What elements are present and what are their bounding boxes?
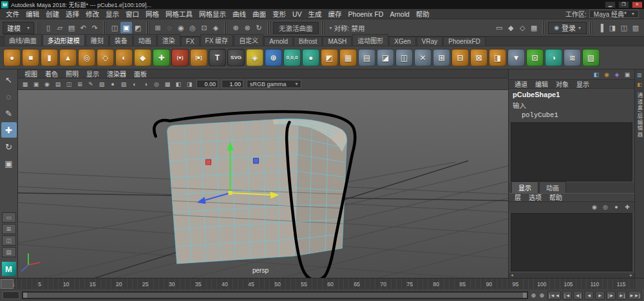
shelf-tab[interactable]: MASH xyxy=(323,37,352,46)
smooth-mesh-icon[interactable]: ● xyxy=(302,49,319,66)
snap-point-icon[interactable]: ◉ xyxy=(175,22,187,33)
next-key-button[interactable]: ►| xyxy=(617,291,627,300)
minimize-button[interactable]: ▁ xyxy=(605,1,616,8)
shelf-tab[interactable]: 曲线/曲面 xyxy=(4,34,42,46)
bookmark-icon[interactable]: ▤ xyxy=(53,79,63,89)
menu-item[interactable]: 创建 xyxy=(43,9,62,19)
2d-pan-zoom-icon[interactable]: ⊞ xyxy=(75,79,85,89)
group-collapser[interactable] xyxy=(267,21,270,34)
snap-projected-center-icon[interactable]: ◎ xyxy=(187,22,198,33)
hypershade-toggle-icon[interactable]: ◨ xyxy=(607,22,618,33)
render-settings-icon[interactable]: ▦ xyxy=(528,22,540,33)
maximize-button[interactable]: ❐ xyxy=(618,1,629,8)
new-layer-icon[interactable]: ✚ xyxy=(623,203,632,211)
channel-attributes-area[interactable] xyxy=(511,122,632,181)
construction-history-icon[interactable]: ↻ xyxy=(253,22,265,33)
layer-normal-mode-icon[interactable]: ◉ xyxy=(590,203,599,211)
shelf-tab[interactable]: FX 缓存 xyxy=(200,34,234,46)
move-tool-icon[interactable]: ✚ xyxy=(1,122,17,138)
menu-item[interactable]: 网格 xyxy=(142,9,162,19)
viewport-menu-item[interactable]: 照明 xyxy=(62,69,82,78)
menu-item[interactable]: 窗口 xyxy=(122,9,142,19)
shelf-tab[interactable]: PhoenixFD xyxy=(443,37,485,46)
strip-modeling-toolkit-icon[interactable]: ◧ xyxy=(636,80,643,88)
combine-icon[interactable]: ⊟ xyxy=(451,49,469,66)
workspace-selector[interactable]: 工作区: Maya 经典*▾ xyxy=(565,9,641,19)
node-name[interactable]: pCubeShape1 xyxy=(513,91,630,98)
shelf-tab[interactable]: 渲染 xyxy=(157,34,180,46)
menu-item[interactable]: 选择 xyxy=(62,9,82,19)
shelf-tab[interactable]: 装备 xyxy=(109,34,133,46)
save-scene-icon[interactable]: ▤ xyxy=(66,22,77,33)
anti-alias-icon[interactable]: ▩ xyxy=(162,79,173,89)
redo-icon[interactable]: ↷ xyxy=(89,22,100,33)
menu-item[interactable]: Arnold xyxy=(386,10,412,18)
scroll-left-icon[interactable]: ◄ xyxy=(510,273,514,277)
group-collapser[interactable] xyxy=(589,21,592,34)
shelf-tab[interactable]: FX xyxy=(181,37,200,46)
shelf-tab[interactable]: XGen xyxy=(389,37,416,46)
shelf-tab[interactable]: 多边形建模 xyxy=(43,34,85,46)
group-collapser[interactable] xyxy=(37,21,40,34)
poly-cylinder-icon[interactable]: ▮ xyxy=(41,49,58,66)
render-current-frame-icon[interactable]: ◆ xyxy=(505,22,516,33)
viewport-menu-item[interactable]: 视图 xyxy=(21,69,41,78)
prev-key-button[interactable]: |◄ xyxy=(562,291,572,300)
poly-torus-icon[interactable]: ◎ xyxy=(78,49,95,66)
image-plane-icon[interactable]: ◫ xyxy=(64,79,74,89)
go-to-start-button[interactable]: |◄◄ xyxy=(547,291,561,300)
channel-box-menu-item[interactable]: 通道 xyxy=(511,79,531,89)
scene-canvas[interactable]: persp xyxy=(18,90,508,278)
rotate-tool-icon[interactable]: ↻ xyxy=(1,139,17,154)
lock-camera-icon[interactable]: ▣ xyxy=(31,79,41,89)
pcube-mesh[interactable] xyxy=(167,119,347,264)
lasso-tool-icon[interactable]: ◌ xyxy=(1,89,17,104)
camera-attributes-icon[interactable]: ◉ xyxy=(42,79,52,89)
poly-plane-icon[interactable]: ◇ xyxy=(97,49,114,66)
type-tool-icon[interactable]: T xyxy=(209,49,226,66)
poly-sphere-icon[interactable]: ● xyxy=(3,49,21,66)
crease-set-icon[interactable]: ▨ xyxy=(582,49,600,66)
layout-four-pane-icon[interactable]: ⊞ xyxy=(2,224,16,234)
isolate-select-icon[interactable]: ◧ xyxy=(173,79,184,89)
xray-icon[interactable]: ◨ xyxy=(184,79,194,89)
step-back-button[interactable]: ◄| xyxy=(573,291,583,300)
menu-item[interactable]: 生成 xyxy=(305,9,325,19)
attribute-editor-toggle-icon[interactable]: ◫ xyxy=(618,22,630,33)
poly-cone-icon[interactable]: ▲ xyxy=(59,49,77,66)
group-collapser[interactable] xyxy=(146,21,149,34)
select-tool-icon[interactable]: ↖ xyxy=(1,72,17,87)
manipulator-center-handle[interactable] xyxy=(229,191,232,195)
no-live-surface-field[interactable]: 无激活曲面 xyxy=(273,22,319,34)
menu-item[interactable]: 帮助 xyxy=(413,9,433,19)
viewport-menu-item[interactable]: 显示 xyxy=(82,69,103,78)
layer-render-mode-icon[interactable]: ● xyxy=(612,203,621,211)
shadows-icon[interactable]: ◑ xyxy=(140,79,151,89)
menu-item[interactable]: 曲线 xyxy=(229,9,249,19)
grease-pencil-icon[interactable]: ✎ xyxy=(86,79,96,89)
extrude-icon[interactable]: ◩ xyxy=(321,49,338,66)
sphere-variant-icon[interactable]: (●) xyxy=(171,49,189,66)
separate-icon[interactable]: ⊠ xyxy=(470,49,488,66)
symmetrize-icon[interactable]: ⊡ xyxy=(526,49,544,66)
quad-draw-icon[interactable]: ⊞ xyxy=(433,49,450,66)
menu-item[interactable]: 变形 xyxy=(269,9,289,19)
select-hierarchy-icon[interactable]: ◫ xyxy=(109,22,120,33)
bevel-icon[interactable]: ◪ xyxy=(377,49,394,66)
edge-flow-icon[interactable]: ≋ xyxy=(564,49,581,66)
render-view-icon[interactable]: ▭ xyxy=(493,22,505,33)
super-shape-icon[interactable]: ✚ xyxy=(153,49,170,66)
poly-strip-icon[interactable]: ▤ xyxy=(358,49,375,66)
gamma-field[interactable]: 1.00 xyxy=(222,80,243,88)
menu-item[interactable]: Phoenix FD xyxy=(345,10,387,18)
modeling-toolkit-toggle-icon[interactable]: ▐ xyxy=(595,22,607,33)
layer-menu-item[interactable]: 帮助 xyxy=(546,192,565,202)
layer-editor-tab[interactable]: 显示 xyxy=(511,181,538,193)
range-slider[interactable] xyxy=(22,291,528,299)
scroll-right-icon[interactable]: ► xyxy=(629,273,633,277)
layout-persp-outliner-icon[interactable]: ◫ xyxy=(2,235,16,246)
viewport-menu-item[interactable]: 渲染器 xyxy=(103,69,130,78)
channel-box-menu-item[interactable]: 对象 xyxy=(553,79,572,89)
current-time-indicator[interactable] xyxy=(1,279,14,289)
sculpt-tool-icon[interactable]: ◑ xyxy=(545,49,562,66)
